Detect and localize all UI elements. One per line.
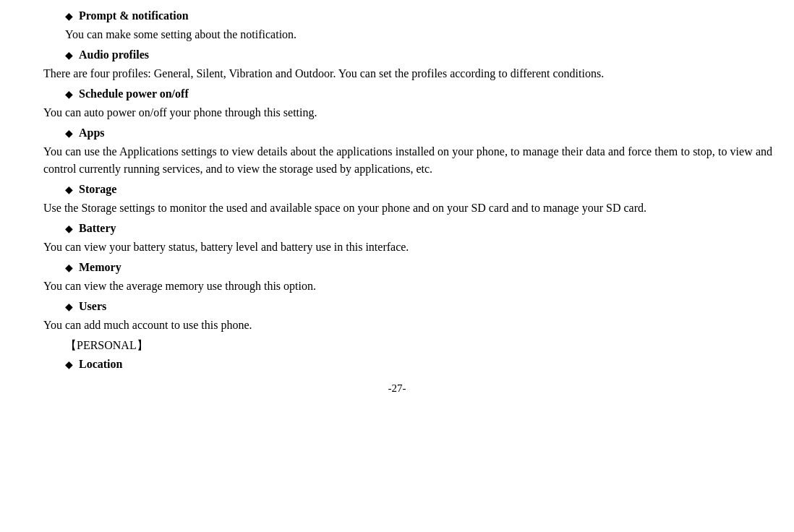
- bullet-battery: ◆: [65, 221, 73, 236]
- audio-section-header: ◆ Audio profiles: [65, 46, 772, 64]
- memory-section-header: ◆ Memory: [65, 259, 772, 276]
- users-title: Users: [79, 298, 106, 315]
- schedule-title: Schedule power on/off: [79, 85, 189, 103]
- schedule-section-header: ◆ Schedule power on/off: [65, 85, 772, 103]
- personal-header: 【PERSONAL】: [65, 337, 772, 354]
- audio-body: There are four profiles: General, Silent…: [43, 65, 772, 82]
- bullet-prompt: ◆: [65, 9, 73, 24]
- bullet-location: ◆: [65, 357, 73, 372]
- bullet-storage: ◆: [65, 182, 73, 197]
- bullet-schedule: ◆: [65, 87, 73, 102]
- battery-body: You can view your battery status, batter…: [43, 239, 772, 256]
- apps-title: Apps: [79, 124, 105, 142]
- storage-body: Use the Storage settings to monitor the …: [43, 200, 772, 217]
- prompt-title: Prompt & notification: [79, 7, 189, 25]
- storage-section-header: ◆ Storage: [65, 181, 772, 198]
- apps-body: You can use the Applications settings to…: [43, 143, 772, 178]
- page-number: -27-: [22, 380, 772, 397]
- storage-title: Storage: [79, 181, 116, 198]
- memory-body: You can view the average memory use thro…: [43, 278, 772, 295]
- battery-section-header: ◆ Battery: [65, 220, 772, 237]
- users-body: You can add much account to use this pho…: [43, 317, 772, 334]
- bullet-apps: ◆: [65, 126, 73, 141]
- bullet-users: ◆: [65, 299, 73, 314]
- location-title: Location: [79, 356, 122, 373]
- bullet-audio: ◆: [65, 48, 73, 63]
- page-container: ◆ Prompt & notification You can make som…: [0, 0, 794, 532]
- apps-section-header: ◆ Apps: [65, 124, 772, 142]
- audio-title: Audio profiles: [79, 46, 149, 64]
- prompt-body: You can make some setting about the noti…: [65, 26, 772, 43]
- bullet-memory: ◆: [65, 260, 73, 275]
- users-section-header: ◆ Users: [65, 298, 772, 315]
- schedule-body: You can auto power on/off your phone thr…: [43, 104, 772, 121]
- location-section-header: ◆ Location: [65, 356, 772, 373]
- memory-title: Memory: [79, 259, 121, 276]
- prompt-section-header: ◆ Prompt & notification: [65, 7, 772, 25]
- battery-title: Battery: [79, 220, 116, 237]
